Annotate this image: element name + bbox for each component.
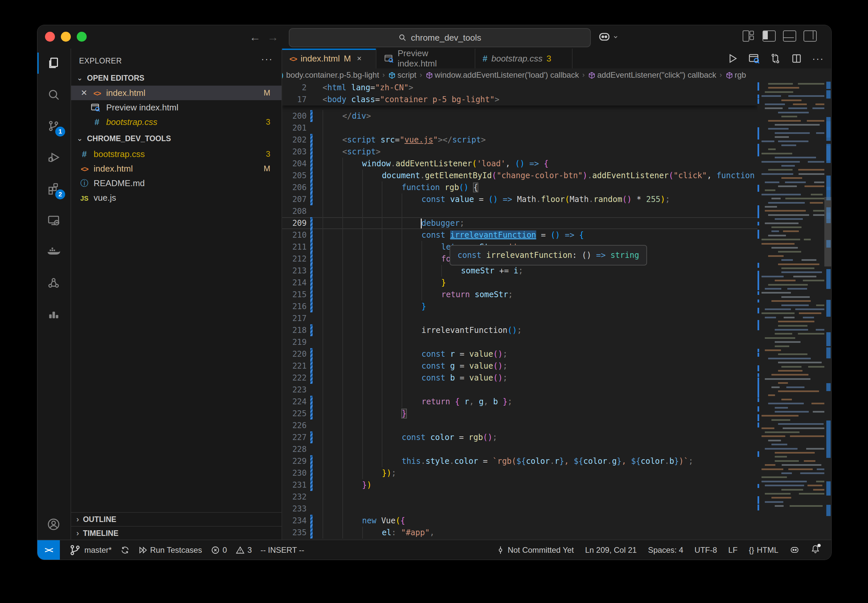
code-line-234[interactable]: 234new Vue({ bbox=[282, 515, 758, 527]
sticky-line-17[interactable]: 17<body class="container p-5 bg-light"> bbox=[282, 94, 758, 105]
code-line-224[interactable]: 224return { r, g, b }; bbox=[282, 396, 758, 408]
file-item-readme.md[interactable]: ⓘREADME.md bbox=[71, 176, 282, 190]
activity-search-button[interactable] bbox=[37, 80, 70, 109]
code-line-206[interactable]: 206function rgb() { bbox=[282, 181, 758, 193]
status-run-testcases[interactable]: Run Testcases bbox=[138, 546, 202, 555]
status-master-[interactable]: master* bbox=[68, 543, 112, 557]
copilot-menu-button[interactable] bbox=[598, 29, 618, 45]
preview-icon[interactable] bbox=[748, 53, 760, 65]
code-editor[interactable]: 200</div>201202<script src="vue.js"></sc… bbox=[282, 82, 758, 540]
vertical-scrollbar-thumb[interactable] bbox=[824, 197, 832, 266]
overview-ruler[interactable] bbox=[824, 82, 832, 540]
section-folder[interactable]: ⌄CHROME_DEV_TOOLS bbox=[71, 132, 282, 145]
more-actions-icon[interactable]: ··· bbox=[261, 53, 273, 65]
activity-analytics-button[interactable] bbox=[37, 300, 70, 329]
run-icon[interactable] bbox=[727, 53, 738, 64]
activity-source-control-button[interactable]: 1 bbox=[37, 111, 70, 141]
code-line-210[interactable]: 210const irrelevantFunction = () => { bbox=[282, 229, 758, 241]
close-icon[interactable]: ✕ bbox=[78, 88, 90, 97]
section-timeline[interactable]: ›TIMELINE bbox=[71, 526, 282, 540]
code-line-202[interactable]: 202<script src="vue.js"></script> bbox=[282, 134, 758, 146]
tab-preview-index.html[interactable]: Preview index.html bbox=[377, 49, 475, 68]
customize-layout-icon[interactable] bbox=[742, 30, 755, 40]
status-ln-209-col-21[interactable]: Ln 209, Col 21 bbox=[585, 546, 637, 555]
activity-accounts-button[interactable] bbox=[37, 510, 70, 539]
code-line-222[interactable]: 222const b = value(); bbox=[282, 372, 758, 384]
file-item-index.html[interactable]: <>index.htmlM bbox=[71, 161, 282, 176]
code-line-230[interactable]: 230}); bbox=[282, 467, 758, 479]
close-window-button[interactable] bbox=[45, 32, 55, 42]
file-item-vue.js[interactable]: JSvue.js bbox=[71, 190, 282, 205]
code-line-209[interactable]: 209debugger; bbox=[282, 217, 758, 229]
command-center-search[interactable]: chrome_dev_tools bbox=[289, 28, 591, 47]
code-line-221[interactable]: 221const g = value(); bbox=[282, 360, 758, 372]
activity-docker-button[interactable] bbox=[37, 237, 70, 266]
status-spaces-4[interactable]: Spaces: 4 bbox=[648, 546, 684, 555]
code-line-200[interactable]: 200</div> bbox=[282, 110, 758, 122]
toggle-sidebar-icon[interactable] bbox=[763, 30, 776, 42]
minimap[interactable] bbox=[758, 82, 824, 540]
activity-remote-explorer-button[interactable] bbox=[37, 206, 70, 235]
toggle-panel-icon[interactable] bbox=[783, 30, 796, 42]
code-line-218[interactable]: 218irrelevantFunction(); bbox=[282, 324, 758, 336]
breadcrumb-item[interactable]: body.container.p-5.bg-light bbox=[286, 70, 379, 80]
more-icon[interactable]: ··· bbox=[812, 53, 824, 64]
code-line-232[interactable]: 232 bbox=[282, 491, 758, 503]
status-sync-icon[interactable] bbox=[120, 546, 130, 555]
section-outline[interactable]: ›OUTLINE bbox=[71, 512, 282, 526]
status-not-committed-yet[interactable]: Not Committed Yet bbox=[496, 546, 574, 555]
code-line-207[interactable]: 207const value = () => Math.floor(Math.r… bbox=[282, 193, 758, 205]
code-line-233[interactable]: 233 bbox=[282, 503, 758, 515]
code-line-214[interactable]: 214} bbox=[282, 277, 758, 289]
code-line-219[interactable]: 219 bbox=[282, 336, 758, 348]
status--insert-[interactable]: -- INSERT -- bbox=[260, 546, 304, 555]
status-3[interactable]: 3 bbox=[236, 546, 252, 555]
code-line-227[interactable]: 227const color = rgb(); bbox=[282, 431, 758, 443]
remote-indicator[interactable]: >< bbox=[37, 540, 60, 560]
status-0[interactable]: 0 bbox=[211, 546, 227, 555]
back-button[interactable]: ← bbox=[248, 30, 262, 44]
sticky-line-2[interactable]: 2<html lang="zh-CN"> bbox=[282, 82, 758, 94]
section-open-editors[interactable]: ⌄OPEN EDITORS bbox=[71, 71, 282, 85]
forward-button[interactable]: → bbox=[266, 30, 280, 44]
status-utf-8[interactable]: UTF-8 bbox=[695, 546, 717, 555]
breadcrumb-item[interactable]: addEventListener("click") callback bbox=[588, 70, 716, 80]
tab-bootstrap.css[interactable]: #bootstrap.css3 bbox=[475, 49, 573, 68]
code-line-220[interactable]: 220const r = value(); bbox=[282, 348, 758, 360]
code-line-204[interactable]: 204window.addEventListener('load', () =>… bbox=[282, 158, 758, 170]
code-line-203[interactable]: 203<script> bbox=[282, 146, 758, 158]
close-icon[interactable]: × bbox=[357, 54, 361, 63]
code-line-223[interactable]: 223 bbox=[282, 384, 758, 396]
file-item-index.html[interactable]: ✕<>index.htmlM bbox=[71, 86, 282, 100]
status-html[interactable]: {}HTML bbox=[749, 546, 778, 555]
split-icon[interactable] bbox=[791, 53, 802, 64]
code-line-216[interactable]: 216} bbox=[282, 300, 758, 312]
code-line-213[interactable]: 213someStr += i; bbox=[282, 265, 758, 277]
code-line-231[interactable]: 231}) bbox=[282, 479, 758, 491]
file-item-bootstrap.css[interactable]: #bootstrap.css3 bbox=[71, 147, 282, 161]
code-line-208[interactable]: 208 bbox=[282, 205, 758, 217]
breadcrumb-item[interactable]: window.addEventListener('load') callback bbox=[425, 70, 579, 80]
code-line-217[interactable]: 217 bbox=[282, 312, 758, 324]
zoom-window-button[interactable] bbox=[77, 32, 87, 42]
breadcrumb-item[interactable]: rgb bbox=[725, 70, 746, 80]
tab-index.html[interactable]: <>index.htmlM× bbox=[282, 49, 377, 68]
code-line-235[interactable]: 235el: "#app", bbox=[282, 527, 758, 538]
file-item-preview-index.html[interactable]: Preview index.html bbox=[71, 100, 282, 115]
activity-extensions-button[interactable]: 2 bbox=[37, 174, 70, 203]
toggle-secondary-sidebar-icon[interactable] bbox=[803, 30, 817, 42]
status-bell-icon[interactable] bbox=[811, 544, 820, 556]
activity-live-share-button[interactable] bbox=[37, 268, 70, 298]
breadcrumb-item[interactable]: script bbox=[388, 70, 416, 80]
code-line-226[interactable]: 226 bbox=[282, 419, 758, 431]
status-copilot-icon[interactable] bbox=[790, 546, 800, 555]
code-line-229[interactable]: 229this.style.color = `rgb(${color.r}, $… bbox=[282, 455, 758, 467]
code-line-205[interactable]: 205document.getElementById("change-color… bbox=[282, 170, 758, 181]
activity-explorer-button[interactable] bbox=[37, 49, 70, 78]
code-line-201[interactable]: 201 bbox=[282, 122, 758, 134]
compare-icon[interactable] bbox=[770, 53, 781, 64]
sticky-scroll[interactable]: 2<html lang="zh-CN">17<body class="conta… bbox=[282, 82, 758, 105]
code-line-225[interactable]: 225} bbox=[282, 408, 758, 419]
breadcrumb[interactable]: )body.container.p-5.bg-light›script›wind… bbox=[282, 68, 832, 82]
status-lf[interactable]: LF bbox=[728, 546, 738, 555]
